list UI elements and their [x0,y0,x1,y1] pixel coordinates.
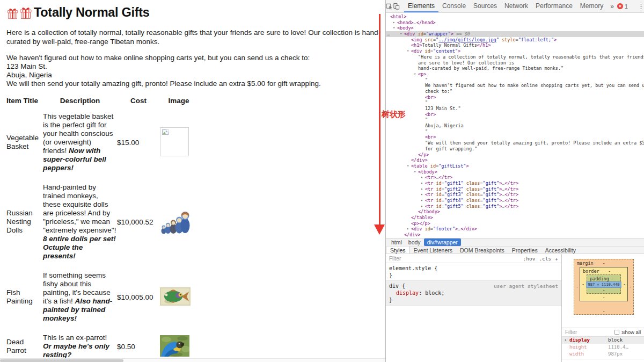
dom-tree-node[interactable]: hand-curated by well-paid, free-range Ti… [386,66,644,71]
expand-arrow-icon[interactable]: ▸ [421,192,423,198]
dom-tree-node[interactable]: <br> [386,134,644,140]
sidebar-tab-properties[interactable]: Properties [508,247,541,254]
more-tabs-icon[interactable]: » [607,3,617,10]
dom-tree-node[interactable]: </div> [386,157,644,163]
computed-property-row[interactable]: height1110.4… [562,344,644,351]
expand-arrow-icon[interactable]: ▸ [565,337,567,343]
kebab-menu-icon[interactable]: ⋮ [634,2,644,10]
dom-tree-node[interactable]: are sure to love! Our collection is [386,60,644,66]
breadcrumb-item[interactable]: html [388,238,405,246]
dom-tree-node[interactable]: ▸<tr id="gift2" class="gift">…</tr> [386,186,644,192]
computed-property-value: block [608,337,623,343]
sidebar-tab-dom-breakpoints[interactable]: DOM Breakpoints [456,247,508,254]
dom-tree-node[interactable]: <br> [386,95,644,100]
pseudo-state-toggle[interactable]: :hov [523,256,535,262]
horizontal-scrollbar[interactable] [0,358,385,362]
intro-paragraph: Here is a collection of totally normal, … [6,28,380,46]
dom-tree-node[interactable]: ▾<p> [386,71,644,77]
expand-arrow-icon[interactable]: ▸ [421,198,423,204]
dom-tree-node[interactable]: check to:" [386,89,644,95]
dom-tree-node[interactable]: <h1>Totally Normal Gifts</h1> [386,42,644,48]
css-rule[interactable]: div {user agent stylesheetdisplay: block… [386,281,561,306]
dom-tree-node[interactable]: <html> [386,14,644,20]
breadcrumb-item[interactable]: div#wrapper [424,238,461,246]
breadcrumb-item[interactable]: body [405,238,424,246]
new-rule-button[interactable]: + [555,256,558,262]
computed-property-row[interactable]: ▸displayblock [562,337,644,344]
show-all-checkbox[interactable] [614,330,619,335]
dom-tree-node[interactable]: </table> [386,215,644,221]
devtools-tab-console[interactable]: Console [438,0,470,12]
dom-tree-node[interactable]: " [386,100,644,106]
dom-tree-node[interactable]: " [386,129,644,135]
dom-tree-node[interactable]: " [386,117,644,123]
css-rule[interactable]: element.style {} [386,263,561,281]
box-model-content-size[interactable]: 987 × 1110.440 [586,281,621,288]
expand-arrow-icon[interactable]: ▸ [407,226,409,232]
dom-tree-node[interactable]: for gift wrapping." [386,146,644,152]
box-model-border-box[interactable]: border - - - - padding - - - - 987 × 111… [580,267,628,301]
dom-tree-node[interactable]: ▸<tr id="gift5" class="gift">…</tr> [386,204,644,209]
dom-tree-node[interactable]: </tbody> [386,209,644,215]
dom-tree-node[interactable]: ▸<tr id="gift4" class="gift">…</tr> [386,198,644,204]
device-toolbar-icon[interactable] [393,0,400,12]
computed-filter-input[interactable]: Filter [565,329,577,335]
dom-tree-node[interactable]: ▸<head>…</head> [386,20,644,26]
expand-arrow-icon[interactable]: ▾ [414,169,416,175]
sidebar-tab-event-listeners[interactable]: Event Listeners [410,247,456,254]
dom-tree-node[interactable]: ▾<div id="content"> [386,48,644,54]
class-toggle[interactable]: .cls [539,256,551,262]
dom-tree-node[interactable]: We haven't figured out how to make onlin… [386,83,644,89]
dom-tree-node[interactable]: ▸<tr id="gift3" class="gift">…</tr> [386,192,644,198]
sidebar-tab-styles[interactable]: Styles [386,247,410,254]
expand-arrow-icon[interactable]: ▸ [421,186,423,192]
box-model-padding-box[interactable]: padding - - - - 987 × 1110.440 [587,274,621,294]
dom-tree-node[interactable]: ▾<table id="giftList"> [386,163,644,169]
dom-tree-node[interactable]: ▸<tr id="gift1" class="gift">…</tr> [386,180,644,186]
dom-tree-node[interactable]: 123 Main St." [386,106,644,112]
expand-arrow-icon[interactable]: ▾ [414,71,416,77]
expand-arrow-icon[interactable]: ▾ [393,25,395,31]
box-model-diagram[interactable]: margin - - - - border - - - - padding - [574,259,634,315]
column-header-cost: Cost [117,97,160,107]
expand-arrow-icon[interactable]: ▸ [421,204,423,209]
dom-tree-node[interactable]: ▸<div id="footer">…</div> [386,226,644,232]
scrollbar-thumb[interactable] [0,359,123,362]
expand-arrow-icon[interactable]: ▾ [400,31,402,37]
computed-property-row[interactable]: width987px [562,351,644,358]
broken-image-icon [160,127,189,156]
css-declaration[interactable]: display: block; [389,289,558,296]
devtools-tab-elements[interactable]: Elements [404,0,438,12]
gutter-dots-icon: … [387,31,390,37]
dom-tree-node[interactable]: <img src="../img/gifts/logo.jpg" style="… [386,37,644,43]
dom-tree-node[interactable]: </div> [386,232,644,238]
dom-tree-node[interactable]: ▾<tbody> [386,169,644,175]
devtools-tab-sources[interactable]: Sources [470,0,501,12]
dom-tree-node[interactable]: <p></p> [386,221,644,227]
dom-tree-node[interactable]: …▾<div id="wrapper"> == $0 [386,31,644,37]
devtools-tab-network[interactable]: Network [501,0,532,12]
styles-filter-input[interactable]: Filter [389,256,401,262]
css-selector[interactable]: element.style { [389,265,437,272]
css-selector[interactable]: div { [389,283,405,289]
devtools-tab-memory[interactable]: Memory [576,0,607,12]
dom-tree-node[interactable]: <br> [386,112,644,118]
dom-tree-node[interactable]: ▾<body> [386,25,644,31]
sidebar-tab-accessibility[interactable]: Accessibility [541,247,580,254]
gift-table-row: Dead ParrotThis is an ex-parrot! Or mayb… [6,328,197,362]
dom-tree-node[interactable]: "Here is a collection of totally normal,… [386,54,644,60]
expand-arrow-icon[interactable]: ▾ [407,48,409,54]
expand-arrow-icon[interactable]: ▸ [421,180,423,186]
expand-arrow-icon[interactable]: ▸ [393,20,395,26]
dom-tree-node[interactable]: "We will then send your totally amazing … [386,140,644,146]
devtools-tab-performance[interactable]: Performance [532,0,576,12]
inspect-element-icon[interactable] [386,0,393,12]
dom-tree-node[interactable]: Abuja, Nigeria [386,123,644,129]
dom-tree-node[interactable]: ▸<tr>…</tr> [386,175,644,180]
expand-arrow-icon[interactable]: ▸ [421,175,423,180]
gift-logo-image [6,6,33,20]
error-badge[interactable]: ✕ 1 [617,3,628,10]
dom-tree-node[interactable]: </p> [386,152,644,158]
dom-tree-node[interactable]: " [386,77,644,83]
expand-arrow-icon[interactable]: ▾ [407,163,409,169]
